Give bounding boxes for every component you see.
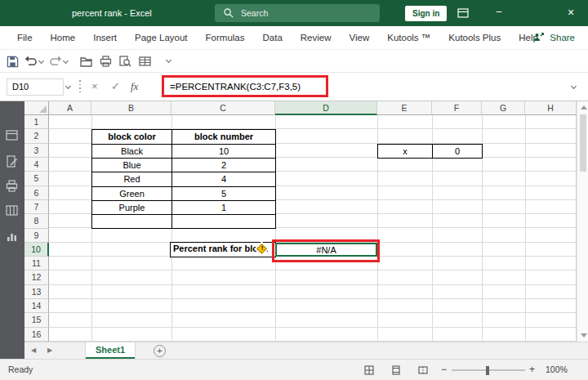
name-box-dropdown-icon[interactable]: [65, 83, 71, 89]
add-sheet-button[interactable]: +: [154, 345, 166, 357]
vertical-scrollbar[interactable]: [577, 101, 588, 342]
undo-dropdown-icon[interactable]: [38, 58, 44, 64]
row-header[interactable]: 16: [24, 328, 49, 342]
normal-view-icon[interactable]: [364, 365, 374, 375]
row-header[interactable]: 15: [24, 313, 49, 327]
qat-extra-icon-4[interactable]: [139, 56, 151, 67]
row-header[interactable]: 3: [24, 144, 49, 158]
next-sheet-icon[interactable]: ▶: [47, 342, 52, 359]
table-header-cell[interactable]: block number: [172, 130, 276, 144]
pane-icon-3[interactable]: [6, 180, 18, 192]
row-header[interactable]: 11: [24, 257, 49, 270]
ribbon-tab[interactable]: Page Layout: [126, 26, 197, 49]
row-header[interactable]: 2: [24, 129, 49, 143]
block-color-cell[interactable]: Blue: [92, 159, 172, 172]
table-row: [92, 215, 276, 229]
ribbon-tab[interactable]: Kutools ™: [378, 26, 439, 49]
qat-extra-icon-3[interactable]: [119, 56, 131, 67]
pane-icon-4[interactable]: [6, 204, 18, 217]
title-bar: percent rank - Excel Search Sign in − ×: [0, 0, 588, 26]
sign-in-button[interactable]: Sign in: [405, 6, 447, 21]
block-number-cell[interactable]: 10: [172, 145, 276, 159]
row-header[interactable]: 5: [24, 172, 49, 186]
cancel-icon[interactable]: ×: [91, 73, 98, 101]
ribbon-display-options-icon[interactable]: [457, 7, 469, 19]
expand-formula-bar-icon[interactable]: [571, 83, 577, 89]
column-header[interactable]: E: [377, 101, 432, 115]
save-icon[interactable]: [7, 56, 19, 68]
column-header[interactable]: B: [91, 101, 172, 115]
insert-function-icon[interactable]: fx: [131, 73, 138, 101]
minimize-button[interactable]: −: [485, 0, 513, 26]
column-header[interactable]: F: [432, 101, 482, 115]
row-header[interactable]: 14: [24, 299, 49, 313]
row-header[interactable]: 13: [24, 285, 49, 299]
row-header[interactable]: 4: [24, 158, 49, 172]
scrollbar-thumb[interactable]: [580, 114, 586, 172]
row-header[interactable]: 8: [24, 214, 49, 228]
lookup-value-cell[interactable]: 0: [433, 145, 483, 159]
share-icon: [533, 32, 544, 42]
block-number-cell[interactable]: 5: [172, 187, 276, 201]
column-header[interactable]: G: [482, 101, 525, 115]
ribbon-tab[interactable]: Review: [292, 26, 341, 49]
block-number-cell[interactable]: 1: [172, 201, 276, 215]
redo-icon[interactable]: [49, 56, 62, 66]
share-button[interactable]: Share: [533, 26, 575, 49]
block-color-cell[interactable]: Black: [92, 145, 172, 159]
redo-dropdown-icon[interactable]: [63, 58, 69, 64]
customize-qat-icon[interactable]: [166, 57, 172, 63]
scroll-up-icon[interactable]: [581, 105, 587, 110]
kutools-side-pane: [0, 101, 24, 359]
block-color-cell[interactable]: Red: [92, 172, 172, 186]
block-number-cell[interactable]: [172, 215, 276, 229]
quick-access-toolbar: [0, 50, 588, 73]
search-box[interactable]: Search: [215, 4, 380, 22]
zoom-in-button[interactable]: +: [529, 360, 535, 380]
page-break-view-icon[interactable]: [418, 365, 428, 375]
select-all-corner[interactable]: [24, 101, 49, 115]
block-number-cell[interactable]: 2: [172, 159, 276, 172]
zoom-slider-thumb[interactable]: [486, 366, 489, 375]
pane-icon-1[interactable]: [6, 129, 18, 141]
name-box[interactable]: D10: [7, 78, 64, 96]
column-header[interactable]: H: [525, 101, 577, 115]
ribbon-tab[interactable]: Data: [254, 26, 292, 49]
sheet-tab-active[interactable]: Sheet1: [85, 342, 136, 359]
close-button[interactable]: ×: [554, 0, 588, 26]
qat-extra-icon-1[interactable]: [80, 56, 92, 67]
ribbon-tab[interactable]: View: [341, 26, 379, 49]
qat-extra-icon-2[interactable]: [100, 56, 112, 67]
ribbon-tab[interactable]: Kutools Plus: [439, 26, 510, 49]
row-header[interactable]: 12: [24, 270, 49, 284]
zoom-level[interactable]: 100%: [546, 360, 568, 380]
row-header[interactable]: 6: [24, 186, 49, 200]
scroll-down-icon[interactable]: [581, 333, 587, 338]
enter-icon[interactable]: ✓: [111, 73, 120, 101]
prev-sheet-icon[interactable]: ◀: [31, 342, 36, 359]
table-header-cell[interactable]: block color: [92, 130, 172, 144]
block-number-cell[interactable]: 4: [172, 172, 276, 186]
undo-icon[interactable]: [24, 56, 38, 66]
ribbon-tab[interactable]: Insert: [84, 26, 126, 49]
pane-icon-5[interactable]: [6, 230, 18, 243]
block-color-cell[interactable]: Green: [92, 187, 172, 201]
pane-icon-2[interactable]: [6, 155, 18, 168]
ribbon-tab[interactable]: Formulas: [197, 26, 254, 49]
page-layout-view-icon[interactable]: [391, 365, 401, 375]
row-header[interactable]: 10: [24, 243, 49, 257]
row-header[interactable]: 9: [24, 229, 49, 243]
zoom-out-button[interactable]: −: [441, 360, 447, 380]
selected-cell-d10[interactable]: #N/A: [275, 243, 377, 257]
row-header[interactable]: 1: [24, 115, 49, 129]
block-color-cell[interactable]: Purple: [92, 201, 172, 215]
row-header[interactable]: 7: [24, 200, 49, 214]
ribbon-tab[interactable]: Home: [42, 26, 85, 49]
formula-input[interactable]: =PERCENTRANK(C3:C7,F3,5): [170, 73, 301, 101]
lookup-label-cell[interactable]: x: [378, 145, 433, 159]
ribbon-tab[interactable]: File: [8, 26, 42, 49]
column-header[interactable]: A: [49, 101, 91, 115]
column-header[interactable]: C: [172, 101, 275, 115]
block-color-cell[interactable]: [92, 215, 172, 229]
column-header[interactable]: D: [275, 101, 377, 115]
